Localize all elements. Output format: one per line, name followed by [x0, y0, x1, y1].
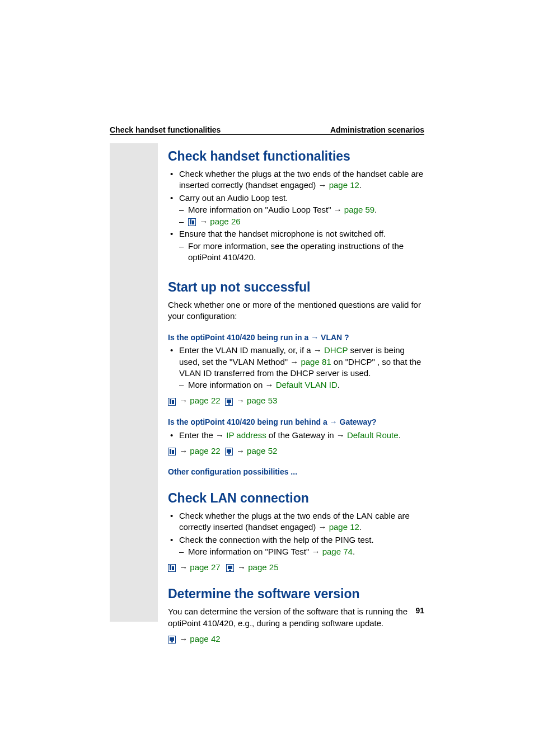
arrow-icon: →: [179, 396, 190, 405]
page-ref-link[interactable]: page 27: [190, 562, 220, 572]
body-text: More information on "Audio Loop Test": [188, 205, 334, 214]
term-link[interactable]: DHCP: [324, 345, 348, 355]
body-text: More information on: [188, 380, 265, 389]
page-ref-link[interactable]: page 53: [247, 396, 277, 405]
body-text: Enter the: [179, 430, 216, 440]
body-text: Check whether the plugs at the two ends …: [179, 169, 423, 190]
body-text: Ensure that the handset microphone is no…: [179, 229, 386, 238]
icon-ref-line: → page 27 → page 25: [168, 562, 424, 573]
arrow-icon: →: [311, 333, 321, 342]
arrow-icon: →: [330, 417, 340, 426]
term-link[interactable]: VLAN: [321, 333, 342, 342]
arrow-icon: →: [199, 217, 210, 226]
body-text: Check the connection with the help of th…: [179, 535, 374, 544]
icon-ref-line: → page 22 → page 52: [168, 445, 424, 457]
sublist-item: More information on "Audio Loop Test" → …: [179, 204, 424, 215]
arrow-icon: →: [179, 562, 190, 572]
heading-software-version: Determine the software version: [168, 585, 424, 603]
list-item: Check the connection with the help of th…: [168, 534, 424, 558]
body-text: Is the optiPoint 410/420 being run in a: [168, 333, 311, 342]
subheading-vlan: Is the optiPoint 410/420 being run in a …: [168, 332, 424, 343]
arrow-icon: →: [336, 430, 347, 440]
list-item: Carry out an Audio Loop test. More infor…: [168, 192, 424, 228]
arrow-icon: →: [236, 446, 247, 456]
subheading-other-config: Other configuration possibilities ...: [168, 467, 424, 477]
left-margin-column: [110, 143, 158, 622]
arrow-icon: →: [179, 634, 190, 644]
list-item: Check whether the plugs at the two ends …: [168, 168, 424, 191]
list-item: Check whether the plugs at the two ends …: [168, 510, 424, 533]
main-content: Check handset functionalities Check whet…: [168, 143, 424, 649]
icon-ref-line: → page 42: [168, 633, 424, 645]
body-text: ?: [372, 417, 377, 426]
phone-icon: [168, 448, 176, 456]
list-gateway: Enter the → IP address of the Gateway in…: [168, 430, 424, 441]
page-ref-link[interactable]: page 52: [247, 446, 277, 456]
intro-paragraph: Check whether one or more of the mention…: [168, 299, 424, 322]
screen-icon: [226, 564, 234, 572]
list-item: Enter the → IP address of the Gateway in…: [168, 430, 424, 441]
phone-icon: [188, 218, 196, 226]
page-ref-link[interactable]: page 25: [248, 562, 278, 572]
list-check-lan: Check whether the plugs at the two ends …: [168, 510, 424, 557]
arrow-icon: →: [311, 547, 322, 556]
screen-icon: [168, 636, 176, 644]
term-link[interactable]: Gateway: [340, 417, 372, 426]
page-ref-link[interactable]: page 12: [329, 522, 359, 532]
document-page: Check handset functionalities Administra…: [0, 0, 534, 756]
heading-check-handset: Check handset functionalities: [168, 148, 424, 165]
page-ref-link[interactable]: page 22: [190, 396, 220, 405]
page-ref-link[interactable]: page 74: [322, 547, 353, 556]
sublist-item: More information on → Default VLAN ID.: [179, 379, 424, 391]
body-text: ?: [342, 333, 349, 342]
page-ref-link[interactable]: page 59: [344, 205, 374, 214]
list-vlan: Enter the VLAN ID manually, or, if a → D…: [168, 345, 424, 391]
screen-icon: [225, 448, 233, 456]
page-number: 91: [415, 605, 424, 616]
arrow-icon: →: [318, 180, 329, 190]
page-ref-link[interactable]: page 26: [210, 217, 240, 226]
term-link[interactable]: IP address: [226, 430, 266, 440]
sublist-item: For more information, see the operating …: [179, 241, 424, 264]
body-text: Carry out an Audio Loop test.: [179, 193, 288, 203]
phone-icon: [168, 564, 176, 572]
body-text: Check whether the plugs at the two ends …: [179, 511, 410, 532]
screen-icon: [225, 398, 233, 406]
sublist-item: → page 26: [179, 216, 424, 227]
list-item: Ensure that the handset microphone is no…: [168, 228, 424, 263]
arrow-icon: →: [265, 380, 276, 389]
phone-icon: [168, 398, 176, 406]
body-text: Enter the VLAN ID manually, or, if a: [179, 345, 313, 355]
arrow-icon: →: [179, 446, 190, 456]
arrow-icon: →: [237, 562, 248, 572]
sublist-item: More information on "PING Test" → page 7…: [179, 546, 424, 557]
heading-check-lan: Check LAN connection: [168, 490, 424, 507]
icon-ref-line: → page 22 → page 53: [168, 395, 424, 406]
arrow-icon: →: [318, 522, 329, 532]
page-ref-link[interactable]: page 22: [190, 446, 220, 456]
body-text: of the Gateway in: [266, 430, 336, 440]
arrow-icon: →: [334, 205, 344, 214]
page-ref-link[interactable]: page 42: [190, 634, 220, 644]
page-ref-link[interactable]: page 81: [301, 357, 331, 367]
arrow-icon: →: [290, 357, 301, 367]
body-text: More information on "PING Test": [188, 547, 311, 556]
subheading-gateway: Is the optiPoint 410/420 being run behin…: [168, 417, 424, 428]
body-paragraph: You can determine the version of the sof…: [168, 606, 424, 629]
header-rule: [110, 134, 424, 135]
arrow-icon: →: [236, 396, 247, 405]
arrow-icon: →: [216, 430, 226, 440]
term-link[interactable]: Default Route: [347, 430, 399, 440]
heading-startup: Start up not successful: [168, 279, 424, 296]
list-check-handset: Check whether the plugs at the two ends …: [168, 168, 424, 263]
body-text: Is the optiPoint 410/420 being run behin…: [168, 417, 330, 426]
term-link[interactable]: Default VLAN ID: [276, 380, 338, 389]
arrow-icon: →: [313, 345, 324, 355]
list-item: Enter the VLAN ID manually, or, if a → D…: [168, 345, 424, 391]
page-ref-link[interactable]: page 12: [329, 180, 359, 190]
